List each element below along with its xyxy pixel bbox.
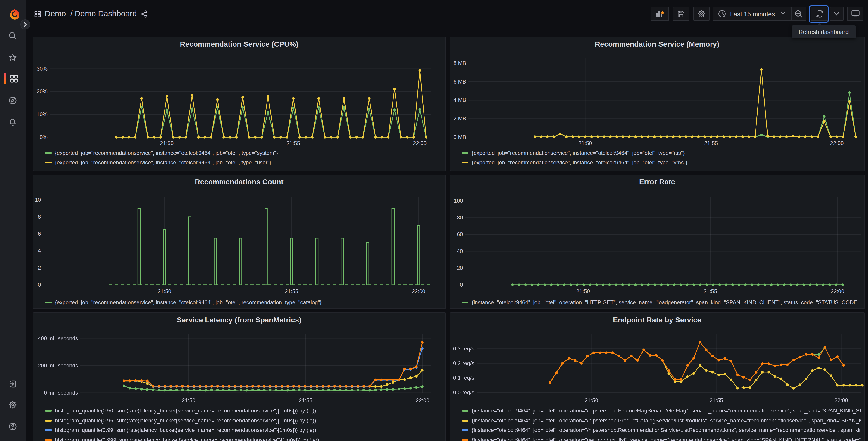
svg-text:100: 100: [454, 198, 463, 204]
svg-text:22:00: 22:00: [413, 140, 426, 146]
svg-text:2: 2: [37, 264, 40, 270]
svg-text:6 MB: 6 MB: [453, 79, 466, 85]
svg-text:6: 6: [37, 231, 40, 237]
svg-text:10%: 10%: [36, 111, 47, 117]
svg-text:0.0 req/s: 0.0 req/s: [453, 389, 474, 395]
svg-text:60: 60: [457, 231, 463, 237]
svg-text:0.1 req/s: 0.1 req/s: [453, 375, 474, 381]
svg-text:200 milliseconds: 200 milliseconds: [37, 362, 78, 369]
svg-text:21:55: 21:55: [703, 288, 717, 294]
svg-text:22:00: 22:00: [834, 397, 848, 404]
svg-text:21:50: 21:50: [182, 397, 195, 404]
svg-text:400 milliseconds: 400 milliseconds: [37, 335, 78, 342]
svg-text:10: 10: [35, 197, 41, 203]
svg-text:21:50: 21:50: [576, 288, 590, 294]
svg-text:21:50: 21:50: [578, 140, 592, 146]
svg-text:2 MB: 2 MB: [453, 115, 466, 122]
svg-text:21:50: 21:50: [585, 397, 598, 404]
svg-text:21:55: 21:55: [709, 397, 723, 404]
svg-text:21:55: 21:55: [299, 397, 312, 404]
svg-text:80: 80: [457, 214, 463, 220]
svg-text:22:00: 22:00: [412, 288, 425, 294]
svg-text:21:50: 21:50: [157, 288, 171, 294]
svg-text:20: 20: [457, 265, 463, 271]
svg-text:0%: 0%: [39, 134, 47, 140]
svg-text:21:50: 21:50: [160, 140, 173, 146]
svg-text:4: 4: [37, 247, 40, 254]
svg-text:20%: 20%: [36, 88, 47, 94]
svg-text:0.2 req/s: 0.2 req/s: [453, 360, 474, 366]
svg-text:22:00: 22:00: [415, 397, 429, 404]
svg-text:0: 0: [37, 282, 40, 288]
svg-text:0 MB: 0 MB: [453, 134, 466, 140]
svg-text:0: 0: [460, 282, 463, 288]
svg-text:22:00: 22:00: [830, 140, 843, 146]
svg-text:21:55: 21:55: [284, 288, 298, 294]
svg-text:0 milliseconds: 0 milliseconds: [44, 390, 78, 396]
svg-text:30%: 30%: [36, 66, 47, 72]
svg-text:4 MB: 4 MB: [453, 97, 466, 103]
svg-text:8: 8: [37, 213, 40, 219]
svg-text:21:55: 21:55: [286, 140, 300, 146]
svg-text:22:00: 22:00: [831, 288, 844, 294]
svg-text:0.3 req/s: 0.3 req/s: [453, 346, 474, 352]
svg-text:8 MB: 8 MB: [453, 60, 466, 66]
svg-text:40: 40: [457, 248, 463, 254]
svg-text:21:55: 21:55: [704, 140, 717, 146]
